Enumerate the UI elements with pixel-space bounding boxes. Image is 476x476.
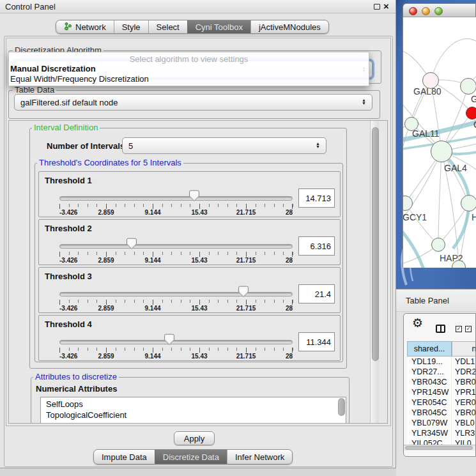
network-node[interactable] xyxy=(431,238,445,252)
slider-track[interactable] xyxy=(59,340,293,344)
threshold-value-field[interactable]: 14.713 xyxy=(298,188,335,208)
close-traffic-light[interactable] xyxy=(409,7,417,15)
slider-track[interactable] xyxy=(59,196,293,201)
split-columns-icon[interactable] xyxy=(436,325,445,333)
table-hscrollbar-thumb[interactable] xyxy=(405,446,473,450)
minimize-traffic-light[interactable] xyxy=(422,7,430,15)
cell-name: YPR1 xyxy=(452,387,476,397)
table-row[interactable]: YBR043CYBR0 xyxy=(407,377,476,387)
network-graph-icon xyxy=(64,22,72,33)
cell-name: YDL1 xyxy=(452,357,476,367)
stepper-arrows-icon: ▲▼ xyxy=(358,99,366,105)
threshold-slider: -3.4262.8599.14415.4321.71528 xyxy=(59,268,293,314)
slider-thumb[interactable] xyxy=(188,190,199,202)
tab-impute-data[interactable]: Impute Data xyxy=(94,450,155,464)
slider-track[interactable] xyxy=(59,292,293,296)
tab-discretize-data[interactable]: Discretize Data xyxy=(155,450,227,464)
tab-network[interactable]: Network xyxy=(56,20,114,33)
table-row[interactable]: YBR045CYBR0 xyxy=(407,408,476,418)
attribute-item[interactable]: BetweennessCentrality xyxy=(46,420,346,424)
network-window-titlebar[interactable] xyxy=(403,3,476,17)
network-nodes-layer: GAL80GCGAL11GAL4GCY1HHAP2 xyxy=(403,17,476,268)
table-data-selected-value: galFiltered.sif default node xyxy=(20,98,118,107)
table-data-combobox[interactable]: galFiltered.sif default node ▲▼ xyxy=(14,94,372,111)
threshold-slider: -3.4262.8599.14415.4321.71528 xyxy=(59,316,293,362)
num-intervals-combobox[interactable]: 5 ▲▼ xyxy=(122,137,326,154)
attribute-item[interactable]: TopologicalCoefficient xyxy=(46,410,346,420)
threshold-slider: -3.4262.8599.14415.4321.71528 xyxy=(59,172,293,218)
table-row[interactable]: YLR345WYLR3 xyxy=(407,428,476,438)
slider-track[interactable] xyxy=(59,244,293,249)
slider-major-ticks xyxy=(59,348,293,353)
network-node[interactable] xyxy=(466,107,476,119)
panel-scrollbar-thumb[interactable] xyxy=(372,127,379,361)
cell-name: YER0 xyxy=(452,397,476,408)
zoom-traffic-light[interactable] xyxy=(434,7,443,15)
network-node[interactable] xyxy=(431,141,452,162)
network-canvas[interactable]: GAL80GCGAL11GAL4GCY1HHAP2 xyxy=(403,17,476,268)
threshold-panel: Threshold 3 -3.4262.8599.14415.4321.7152… xyxy=(38,267,341,313)
tab-cyni-toolbox[interactable]: Cyni Toolbox xyxy=(187,20,250,33)
slider-thumb[interactable] xyxy=(127,238,137,250)
network-node[interactable] xyxy=(460,78,476,95)
cyni-mode-tabs: Impute Data Discretize Data Infer Networ… xyxy=(93,449,293,464)
network-node[interactable] xyxy=(403,196,413,211)
tab-label: Style xyxy=(122,22,141,32)
apply-button[interactable]: Apply xyxy=(174,431,215,445)
slider-thumb[interactable] xyxy=(238,286,249,298)
panel-scrollbar-track[interactable] xyxy=(370,121,379,424)
numerical-attributes-list[interactable]: SelfLoopsTopologicalCoefficientBetweenne… xyxy=(40,397,346,424)
tab-style[interactable]: Style xyxy=(114,20,148,33)
tab-infer-network[interactable]: Infer Network xyxy=(227,450,292,464)
table-panel-titlebar[interactable]: Table Panel xyxy=(396,289,476,312)
algorithm-hint-option[interactable]: Select algorithm to view settings xyxy=(9,54,369,64)
tab-label: Discretize Data xyxy=(163,452,219,462)
network-node-label: H xyxy=(472,212,476,222)
table-header-row: shared... n xyxy=(407,341,476,357)
close-icon[interactable]: × xyxy=(383,1,389,12)
network-node[interactable] xyxy=(452,260,466,268)
checkbox-select-all-icon[interactable]: ✓ xyxy=(456,326,462,332)
table-hscrollbar-track[interactable] xyxy=(404,445,476,450)
algorithm-option-equal-width[interactable]: Equal Width/Frequency Discretization xyxy=(10,74,149,84)
table-rows: YDL19...YDL1YDR27...YDR2YBR043CYBR0YPR14… xyxy=(407,357,476,449)
threshold-value-field[interactable]: 6.316 xyxy=(298,236,335,256)
table-row[interactable]: YBL079WYBL0 xyxy=(407,418,476,428)
cell-shared-name: YLR345W xyxy=(407,428,452,438)
thresholds-group: Threshold 1 -3.4262.8599.14415.4321.7152… xyxy=(35,163,343,362)
tab-label: Network xyxy=(75,22,106,32)
network-node-label: G xyxy=(471,94,476,104)
threshold-value-field[interactable]: 21.4 xyxy=(298,284,335,303)
algorithm-dropdown-popup: Select algorithm to view settings Manual… xyxy=(8,52,369,86)
slider-thumb[interactable] xyxy=(164,334,174,346)
table-row[interactable]: YDL19...YDL1 xyxy=(407,357,476,367)
attributes-list-scrollbar[interactable] xyxy=(338,398,345,416)
float-window-icon[interactable] xyxy=(374,4,380,10)
group-title-attributes: Attributes to discretize xyxy=(33,372,119,381)
slider-scale-labels: -3.4262.8599.14415.4321.71528 xyxy=(59,353,293,360)
tab-label: Impute Data xyxy=(102,452,147,462)
network-node-label: GCY1 xyxy=(403,212,427,222)
table-row[interactable]: YDR27...YDR2 xyxy=(407,367,476,377)
network-node[interactable] xyxy=(461,195,476,211)
num-intervals-label: Number of Intervals xyxy=(47,141,125,151)
control-panel-titlebar[interactable]: Control Panel × xyxy=(0,0,395,13)
column-header-shared-name[interactable]: shared... xyxy=(407,341,452,357)
column-header-name[interactable]: n xyxy=(452,341,476,357)
threshold-value-field[interactable]: 11.344 xyxy=(298,332,335,351)
gear-icon[interactable]: ⚙ xyxy=(412,316,423,330)
checkbox-select-none-icon[interactable]: ✓ xyxy=(465,326,472,332)
tab-select[interactable]: Select xyxy=(148,20,187,33)
tab-jactivemnodules[interactable]: jActiveMNodules xyxy=(250,20,328,33)
table-row[interactable]: YPR145WYPR1 xyxy=(407,387,476,397)
attribute-item[interactable]: SelfLoops xyxy=(46,399,346,410)
algorithm-option-manual[interactable]: Manual Discretization xyxy=(10,64,96,73)
network-node-label: GAL4 xyxy=(444,163,467,173)
group-title-interval-definition: Interval Definition xyxy=(32,123,100,132)
slider-major-ticks xyxy=(59,300,293,305)
control-panel-tabs: Network Style Select Cyni Toolbox jActiv… xyxy=(56,20,329,34)
node-table-container: ⚙ ✓ ✓ shared... n YDL19...YDL1YDR27...YD… xyxy=(403,313,476,457)
slider-major-ticks xyxy=(59,252,293,257)
network-node-label: C xyxy=(473,119,476,130)
table-row[interactable]: YER054CYER0 xyxy=(407,397,476,408)
